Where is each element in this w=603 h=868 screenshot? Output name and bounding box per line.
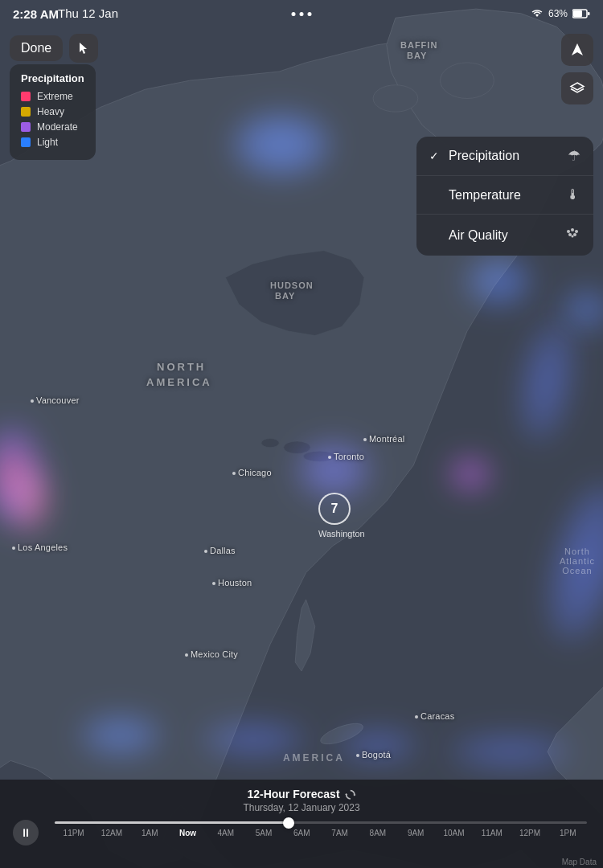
time-6am: 6AM	[283, 829, 321, 837]
battery-percent: 63%	[548, 8, 568, 19]
time-12am: 12AM	[92, 829, 130, 837]
precipitation-checkmark: ✓	[429, 149, 442, 162]
map-data-link[interactable]: Map Data	[562, 858, 597, 866]
svg-point-11	[571, 228, 574, 231]
menu-item-temperature[interactable]: Temperature 🌡	[416, 176, 593, 215]
slider-thumb[interactable]	[283, 817, 294, 829]
dot3	[308, 12, 312, 16]
play-pause-button[interactable]: ⏸	[13, 820, 39, 845]
legend-item-moderate: Moderate	[21, 121, 84, 133]
air-quality-label: Air Quality	[449, 228, 508, 243]
cursor-toggle[interactable]	[69, 34, 98, 63]
svg-point-1	[441, 63, 494, 99]
legend-color-extreme	[21, 92, 31, 101]
legend-label-heavy: Heavy	[37, 106, 64, 117]
slider-track	[55, 821, 587, 824]
svg-point-15	[572, 235, 574, 238]
battery-icon	[572, 9, 590, 18]
bottom-forecast-bar: ⏸ 12-Hour Forecast Thursday, 12 January …	[0, 780, 603, 868]
air-quality-icon	[564, 225, 580, 245]
precip-blob-east-canada	[466, 257, 531, 305]
legend-color-heavy	[21, 107, 31, 117]
forecast-slider[interactable]: 11PM 12AM 1AM Now 4AM 5AM 6AM 7AM 8AM 9A…	[55, 821, 587, 837]
legend-label-light: Light	[37, 137, 58, 148]
menu-item-air-quality-left: Air Quality	[429, 228, 508, 243]
done-button[interactable]: Done	[10, 35, 63, 61]
dot2	[300, 12, 304, 16]
legend-label-moderate: Moderate	[37, 121, 78, 133]
location-button[interactable]	[561, 34, 593, 66]
precip-blob-sa	[338, 731, 418, 760]
svg-point-12	[575, 230, 578, 233]
sa-label: AMERICA	[283, 752, 345, 764]
svg-point-13	[568, 233, 572, 236]
weather-bubble-washington[interactable]: 7	[318, 493, 351, 525]
dot1	[292, 12, 296, 16]
status-date: Thu 12 Jan	[58, 6, 118, 20]
menu-item-temperature-left: Temperature	[429, 188, 521, 203]
status-dots	[292, 12, 312, 16]
status-bar: 2:28 AM Thu 12 Jan 63%	[0, 0, 603, 27]
forecast-date: Thursday, 12 January 2023	[13, 802, 590, 813]
play-pause-icon: ⏸	[20, 826, 31, 839]
status-icons: 63%	[531, 8, 590, 19]
menu-item-precipitation-left: ✓ Precipitation	[429, 149, 519, 163]
svg-rect-8	[573, 10, 582, 17]
svg-rect-9	[588, 12, 590, 15]
precip-blob-se-us	[450, 458, 490, 490]
time-11am: 11AM	[473, 829, 511, 837]
time-1pm: 1PM	[549, 829, 587, 837]
forecast-header: 12-Hour Forecast	[13, 788, 590, 800]
time-12pm: 12PM	[511, 829, 548, 837]
menu-item-precipitation[interactable]: ✓ Precipitation ☂	[416, 137, 593, 176]
legend-item-heavy: Heavy	[21, 106, 84, 117]
forecast-update-icon	[345, 789, 356, 800]
layer-menu: ✓ Precipitation ☂ Temperature 🌡 Air Qual…	[416, 137, 593, 256]
precip-blob-canada-north	[233, 113, 330, 177]
bubble-city-label: Washington	[318, 529, 365, 538]
temperature-icon: 🌡	[566, 186, 580, 203]
svg-point-2	[373, 85, 418, 112]
time-8am: 8AM	[359, 829, 396, 837]
legend-color-moderate	[21, 122, 31, 132]
legend-panel: Precipitation Extreme Heavy Moderate Lig…	[10, 64, 96, 160]
time-7am: 7AM	[321, 829, 359, 837]
precip-blob-sa2	[450, 735, 571, 768]
legend-label-extreme: Extreme	[37, 91, 73, 102]
status-time: 2:28 AM	[13, 7, 59, 21]
time-now: Now	[169, 829, 207, 837]
precipitation-icon: ☂	[568, 147, 580, 165]
legend-item-light: Light	[21, 137, 84, 148]
precip-blob-central-us	[297, 442, 370, 498]
layers-button[interactable]	[561, 72, 593, 104]
time-10am: 10AM	[435, 829, 473, 837]
time-11pm: 11PM	[55, 829, 92, 837]
legend-title: Precipitation	[21, 72, 84, 84]
svg-point-14	[573, 233, 576, 236]
top-left-controls: Done	[10, 34, 98, 63]
time-4am: 4AM	[207, 829, 244, 837]
legend-color-light	[21, 137, 31, 147]
legend-item-extreme: Extreme	[21, 91, 84, 102]
time-5am: 5AM	[244, 829, 282, 837]
forecast-title: 12-Hour Forecast	[247, 788, 339, 800]
precipitation-label: Precipitation	[449, 149, 519, 163]
time-9am: 9AM	[397, 829, 435, 837]
ocean-label: NorthAtlanticOcean	[560, 547, 595, 575]
precip-blob-pacific-nw2	[8, 466, 48, 530]
bubble-value: 7	[331, 502, 338, 516]
time-1am: 1AM	[131, 829, 169, 837]
menu-item-air-quality[interactable]: Air Quality	[416, 215, 593, 256]
temperature-label: Temperature	[449, 188, 521, 203]
top-right-controls	[561, 34, 593, 104]
svg-point-6	[261, 439, 279, 448]
precip-blob-mexico	[80, 715, 161, 755]
time-labels: 11PM 12AM 1AM Now 4AM 5AM 6AM 7AM 8AM 9A…	[55, 829, 587, 837]
wifi-icon	[531, 9, 544, 18]
svg-point-10	[567, 230, 570, 233]
slider-fill	[55, 821, 289, 824]
precip-blob-carib	[201, 723, 306, 755]
